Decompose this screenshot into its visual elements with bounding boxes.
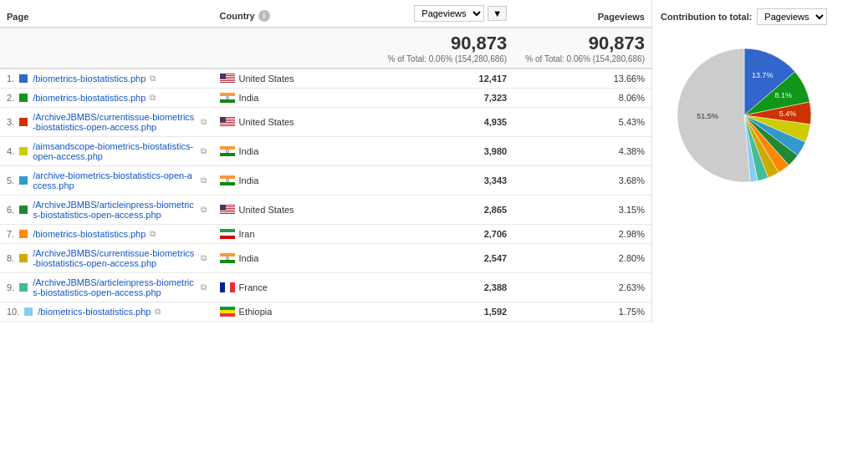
country-info-icon[interactable]: i <box>258 10 270 22</box>
pageviews1-column-header: Pageviews ▼ <box>375 0 513 28</box>
pie-label: 51.5% <box>697 112 718 120</box>
country-cell: United States <box>213 108 376 137</box>
chart-header: Contribution to total: Pageviews <box>661 8 860 25</box>
svg-rect-34 <box>220 153 235 156</box>
page-link[interactable]: /archive-biometrics-biostatistics-open-a… <box>33 170 196 190</box>
pageviews-pct-cell: 4.38% <box>513 137 651 166</box>
country-name: Iran <box>239 229 255 239</box>
pageviews-cell: 2,388 <box>375 273 513 302</box>
page-cell: 5. /archive-biometrics-biostatistics-ope… <box>0 166 213 196</box>
table-row: 9. /ArchiveJBMBS/articleinpress-biometri… <box>0 273 651 302</box>
sort-direction-button[interactable]: ▼ <box>488 6 507 21</box>
page-cell: 1. /biometrics-biostatistics.php ⧉ <box>0 69 213 89</box>
svg-rect-25 <box>220 122 235 123</box>
svg-rect-9 <box>220 80 235 81</box>
table-row: 4. /aimsandscope-biometrics-biostatistic… <box>0 137 651 166</box>
color-indicator <box>19 206 28 214</box>
svg-rect-29 <box>220 125 235 126</box>
total-page-cell <box>0 28 213 69</box>
page-icon[interactable]: ⧉ <box>201 282 207 292</box>
country-column-header: Country i <box>213 0 376 28</box>
page-link[interactable]: /ArchiveJBMBS/articleinpress-biometrics-… <box>33 277 196 297</box>
pageviews-pct-cell: 3.68% <box>513 166 651 196</box>
svg-rect-53 <box>220 205 226 210</box>
main-container: Page Country i Pageviews ▼ <box>0 0 868 322</box>
pageviews-pct-cell: 2.80% <box>513 244 651 273</box>
total-pv2-sub: % of Total: 0.06% (154,280,686) <box>520 54 645 63</box>
pageviews-cell: 3,343 <box>375 166 513 196</box>
page-link[interactable]: /aimsandscope-biometrics-biostatistics-o… <box>33 141 196 161</box>
country-cell: United States <box>213 196 376 225</box>
page-icon[interactable]: ⧉ <box>201 117 207 127</box>
svg-rect-32 <box>220 146 235 150</box>
page-cell: 2. /biometrics-biostatistics.php ⧉ <box>0 89 213 108</box>
pageviews-cell: 1,592 <box>375 302 513 322</box>
color-indicator <box>19 230 28 238</box>
page-link[interactable]: /ArchiveJBMBS/currentissue-biometrics-bi… <box>33 112 196 132</box>
table-row: 2. /biometrics-biostatistics.php ⧉ India… <box>0 89 651 108</box>
page-icon[interactable]: ⧉ <box>150 93 156 103</box>
page-icon[interactable]: ⧉ <box>201 205 207 215</box>
svg-rect-55 <box>220 232 235 236</box>
svg-rect-61 <box>220 282 225 292</box>
country-flag <box>220 146 235 156</box>
svg-rect-36 <box>220 175 235 179</box>
svg-rect-27 <box>220 124 235 124</box>
country-flag <box>220 175 235 185</box>
pageviews2-column-header: Pageviews <box>513 0 651 28</box>
svg-rect-14 <box>220 93 235 96</box>
contribution-metric-select[interactable]: Pageviews <box>757 8 827 25</box>
page-icon[interactable]: ⧉ <box>150 229 156 239</box>
color-indicator <box>19 118 28 126</box>
page-link[interactable]: /biometrics-biostatistics.php <box>33 74 146 84</box>
page-header-label: Page <box>7 12 28 22</box>
page-link[interactable]: /biometrics-biostatistics.php <box>38 307 151 317</box>
row-number: 8. <box>7 253 14 263</box>
page-icon[interactable]: ⧉ <box>150 74 156 84</box>
page-cell: 3. /ArchiveJBMBS/currentissue-biometrics… <box>0 108 213 137</box>
page-icon[interactable]: ⧉ <box>201 146 207 156</box>
svg-rect-66 <box>220 313 235 317</box>
svg-rect-51 <box>220 213 235 214</box>
total-country-cell <box>213 28 376 69</box>
totals-row: 90,873 % of Total: 0.06% (154,280,686) 9… <box>0 28 651 69</box>
svg-rect-7 <box>220 79 235 79</box>
page-link[interactable]: /biometrics-biostatistics.php <box>33 229 146 239</box>
country-cell: India <box>213 244 376 273</box>
svg-rect-54 <box>220 229 235 232</box>
country-name: India <box>239 175 259 185</box>
page-cell: 6. /ArchiveJBMBS/articleinpress-biometri… <box>0 196 213 225</box>
row-number: 6. <box>7 205 14 215</box>
svg-rect-10 <box>220 81 235 82</box>
country-cell: India <box>213 137 376 166</box>
color-indicator <box>19 254 28 262</box>
pageviews2-header-label: Pageviews <box>598 12 645 22</box>
pageviews-pct-cell: 2.98% <box>513 225 651 244</box>
page-cell: 9. /ArchiveJBMBS/articleinpress-biometri… <box>0 273 213 302</box>
page-cell: 4. /aimsandscope-biometrics-biostatistic… <box>0 137 213 166</box>
svg-rect-59 <box>220 260 235 263</box>
total-pv1-cell: 90,873 % of Total: 0.06% (154,280,686) <box>375 28 513 69</box>
page-link[interactable]: /ArchiveJBMBS/articleinpress-biometrics-… <box>33 200 196 220</box>
table-row: 1. /biometrics-biostatistics.php ⧉ Unite… <box>0 69 651 89</box>
pageviews-pct-cell: 13.66% <box>513 69 651 89</box>
svg-rect-16 <box>220 99 235 103</box>
page-link[interactable]: /biometrics-biostatistics.php <box>33 93 146 103</box>
page-column-header: Page <box>0 0 213 28</box>
svg-rect-11 <box>220 82 235 83</box>
page-link[interactable]: /ArchiveJBMBS/currentissue-biometrics-bi… <box>33 248 196 268</box>
svg-rect-62 <box>225 282 230 292</box>
page-icon[interactable]: ⧉ <box>155 307 161 317</box>
country-flag <box>220 117 235 127</box>
pageviews-cell: 4,935 <box>375 108 513 137</box>
pageviews-sort-select[interactable]: Pageviews <box>414 5 484 22</box>
pageviews-cell: 3,980 <box>375 137 513 166</box>
table-row: 10. /biometrics-biostatistics.php ⧉ Ethi… <box>0 302 651 322</box>
page-cell: 8. /ArchiveJBMBS/currentissue-biometrics… <box>0 244 213 273</box>
page-icon[interactable]: ⧉ <box>201 175 207 185</box>
page-icon[interactable]: ⧉ <box>201 253 207 263</box>
row-number: 5. <box>7 175 14 185</box>
country-flag <box>220 93 235 103</box>
row-number: 10. <box>7 307 19 317</box>
country-cell: France <box>213 273 376 302</box>
